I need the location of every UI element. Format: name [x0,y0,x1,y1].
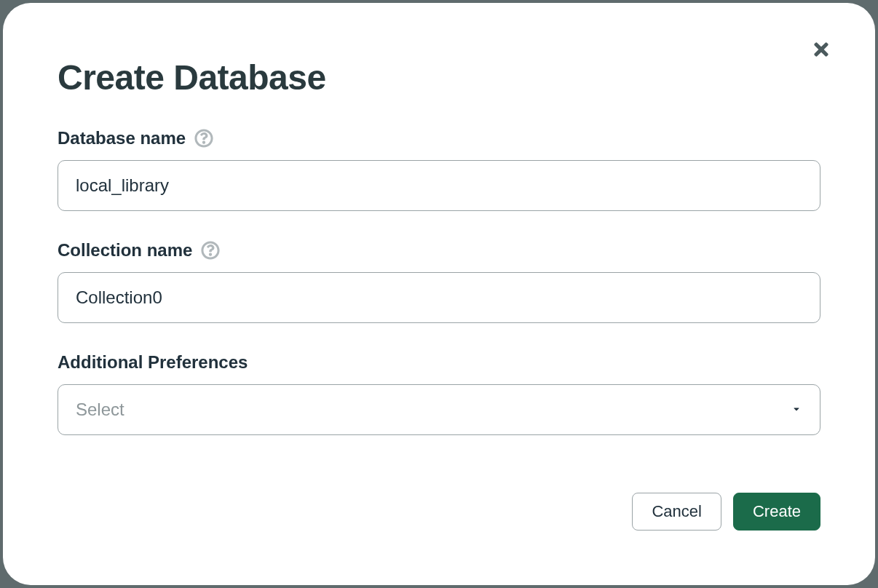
collection-name-label-row: Collection name [58,240,820,261]
additional-preferences-select[interactable]: Select [58,384,820,435]
help-icon[interactable] [194,129,213,148]
collection-name-input[interactable] [58,272,820,323]
modal-footer: Cancel Create [632,493,820,531]
database-name-label: Database name [58,128,186,148]
additional-preferences-placeholder: Select [76,400,124,420]
close-icon [811,39,831,63]
modal-backdrop: Create Database Database name Collection… [0,0,878,588]
additional-preferences-group: Additional Preferences Select [58,352,820,435]
create-button[interactable]: Create [733,493,820,531]
database-name-input[interactable] [58,160,820,211]
help-icon[interactable] [201,241,220,260]
database-name-label-row: Database name [58,128,820,148]
additional-preferences-label-row: Additional Preferences [58,352,820,373]
database-name-group: Database name [58,128,820,211]
collection-name-label: Collection name [58,240,192,261]
create-database-modal: Create Database Database name Collection… [3,3,875,585]
cancel-button[interactable]: Cancel [632,493,721,531]
additional-preferences-select-wrap: Select [58,384,820,435]
additional-preferences-label: Additional Preferences [58,352,248,373]
close-button[interactable] [808,38,834,64]
collection-name-group: Collection name [58,240,820,323]
modal-title: Create Database [58,57,820,98]
